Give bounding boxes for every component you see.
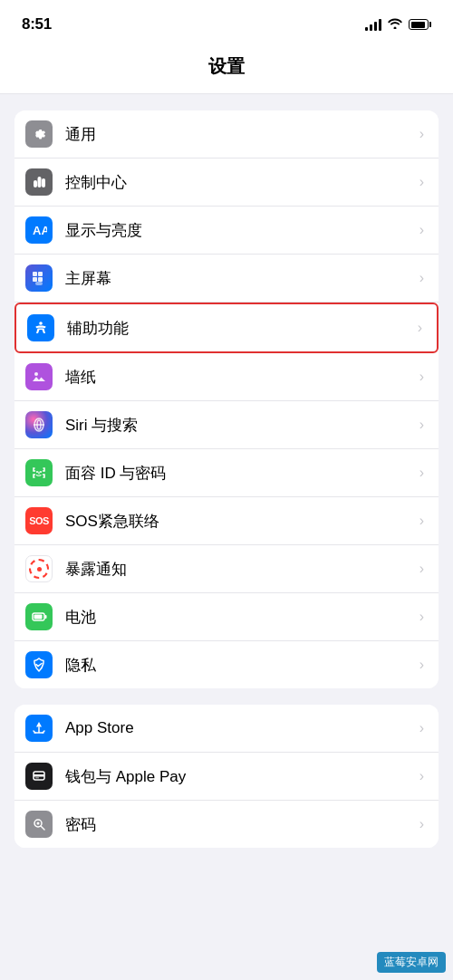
apple-pay-label: 钱包与 Apple Pay [65, 766, 419, 787]
watermark: 蓝莓安卓网 [377, 952, 446, 973]
settings-item-sos[interactable]: SOS SOS紧急联络 › [14, 497, 439, 545]
svg-rect-21 [34, 774, 44, 777]
svg-rect-19 [34, 615, 43, 620]
svg-rect-2 [42, 178, 45, 187]
settings-item-apple-pay[interactable]: 钱包与 Apple Pay › [14, 753, 439, 801]
settings-item-display[interactable]: AA 显示与亮度 › [14, 207, 439, 255]
settings-section-main: 通用 › 控制中心 › AA 显示与亮度 › [14, 110, 439, 688]
general-icon [25, 120, 53, 148]
settings-item-accessibility[interactable]: 辅助功能 › [14, 303, 439, 353]
apple-pay-icon [25, 763, 53, 790]
signal-icon [365, 19, 381, 31]
faceid-chevron: › [419, 465, 424, 481]
svg-rect-22 [35, 777, 39, 779]
general-label: 通用 [65, 124, 419, 145]
faceid-icon [25, 459, 53, 486]
status-time: 8:51 [22, 15, 52, 34]
display-icon: AA [25, 216, 53, 244]
svg-rect-0 [34, 180, 37, 187]
passwords-chevron: › [419, 816, 424, 832]
svg-text:AA: AA [33, 224, 47, 237]
privacy-label: 隐私 [65, 655, 419, 676]
status-bar: 8:51 [0, 0, 453, 45]
app-store-icon [25, 715, 53, 742]
siri-label: Siri 与搜索 [65, 415, 419, 436]
settings-section-apps: App Store › 钱包与 Apple Pay › 密码 › [14, 705, 439, 848]
sos-icon: SOS [25, 507, 53, 534]
svg-rect-4 [33, 272, 37, 276]
accessibility-label: 辅助功能 [67, 318, 418, 339]
passwords-label: 密码 [65, 814, 419, 835]
wallpaper-chevron: › [419, 369, 424, 385]
settings-item-wallpaper[interactable]: 墙纸 › [14, 353, 439, 401]
settings-item-control-center[interactable]: 控制中心 › [14, 159, 439, 207]
settings-item-exposure[interactable]: 暴露通知 › [14, 545, 439, 593]
wallpaper-label: 墙纸 [65, 367, 419, 388]
svg-point-14 [36, 471, 38, 473]
apple-pay-chevron: › [419, 768, 424, 784]
accessibility-icon [27, 314, 54, 341]
home-screen-chevron: › [419, 270, 424, 286]
battery-chevron: › [419, 609, 424, 625]
control-center-icon [25, 168, 53, 196]
display-chevron: › [419, 222, 424, 238]
exposure-label: 暴露通知 [65, 559, 419, 580]
exposure-icon [25, 555, 53, 582]
home-screen-label: 主屏幕 [65, 268, 419, 289]
settings-item-app-store[interactable]: App Store › [14, 705, 439, 753]
home-screen-icon [25, 264, 53, 292]
control-center-chevron: › [419, 174, 424, 190]
settings-item-privacy[interactable]: 隐私 › [14, 641, 439, 688]
page-title: 设置 [0, 45, 453, 94]
settings-item-general[interactable]: 通用 › [14, 110, 439, 159]
app-store-label: App Store [65, 719, 419, 737]
siri-chevron: › [419, 417, 424, 433]
settings-item-faceid[interactable]: 面容 ID 与密码 › [14, 449, 439, 497]
sos-chevron: › [419, 513, 424, 529]
battery-icon [409, 19, 431, 30]
control-center-label: 控制中心 [65, 172, 419, 193]
svg-rect-6 [33, 277, 37, 282]
svg-rect-5 [38, 272, 43, 276]
svg-rect-1 [38, 177, 42, 187]
wallpaper-icon [25, 363, 53, 390]
wifi-icon [388, 16, 402, 33]
accessibility-chevron: › [418, 320, 422, 336]
display-label: 显示与亮度 [65, 220, 419, 241]
privacy-chevron: › [419, 657, 424, 673]
app-store-chevron: › [419, 720, 424, 736]
privacy-icon [25, 651, 53, 678]
svg-point-9 [39, 322, 43, 325]
svg-rect-8 [35, 282, 43, 285]
general-chevron: › [419, 126, 424, 142]
svg-point-24 [37, 822, 40, 825]
settings-item-battery[interactable]: 电池 › [14, 593, 439, 641]
sos-label: SOS紧急联络 [65, 511, 419, 532]
settings-item-siri[interactable]: Siri 与搜索 › [14, 401, 439, 449]
settings-item-passwords[interactable]: 密码 › [14, 801, 439, 848]
svg-point-10 [34, 372, 38, 376]
faceid-label: 面容 ID 与密码 [65, 463, 419, 484]
battery-settings-icon [25, 603, 53, 630]
svg-point-15 [40, 471, 42, 473]
settings-item-home-screen[interactable]: 主屏幕 › [14, 255, 439, 303]
passwords-icon [25, 811, 53, 838]
exposure-chevron: › [419, 561, 424, 577]
battery-label: 电池 [65, 607, 419, 628]
siri-icon [25, 411, 53, 438]
svg-rect-18 [45, 615, 47, 619]
svg-rect-7 [38, 277, 43, 282]
status-icons [365, 16, 431, 33]
